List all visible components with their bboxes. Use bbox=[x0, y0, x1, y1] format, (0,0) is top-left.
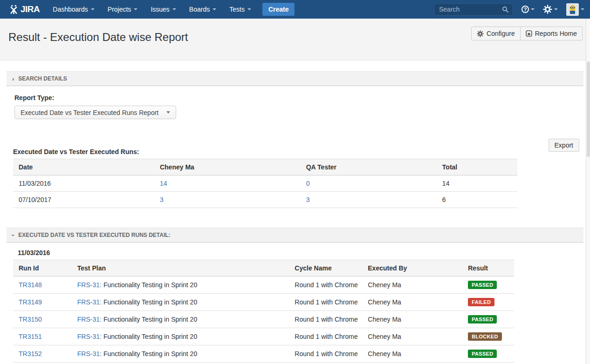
table-row: TR3151 FRS-31:Functionality Testing in S… bbox=[13, 328, 514, 345]
export-button[interactable]: Export bbox=[549, 139, 579, 152]
search-icon[interactable] bbox=[502, 6, 509, 13]
chevron-down-icon bbox=[554, 8, 558, 10]
help-icon: ? bbox=[521, 6, 529, 13]
col-cheney-ma: Cheney Ma bbox=[154, 159, 301, 175]
nav-right-cluster: ? bbox=[434, 3, 584, 16]
search-details-toggle[interactable]: › SEARCH DETAILS bbox=[7, 71, 583, 86]
header-button-group: Configure Reports Home bbox=[471, 27, 583, 40]
run-id-link[interactable]: TR3151 bbox=[19, 333, 42, 340]
cycle-cell: Round 1 with Chrome bbox=[289, 328, 362, 345]
reports-home-label: Reports Home bbox=[535, 30, 577, 37]
jira-charlie-icon bbox=[9, 5, 18, 14]
nav-issues[interactable]: Issues bbox=[144, 0, 182, 19]
nav-projects-label: Projects bbox=[108, 6, 131, 13]
run-id-link[interactable]: TR3149 bbox=[19, 298, 42, 306]
report-type-select[interactable]: Executed Date vs Tester Executed Runs Re… bbox=[14, 106, 176, 119]
global-search bbox=[434, 3, 513, 16]
runs-detail-title: EXECUTED DATE VS TESTER EXECUTED RUNS DE… bbox=[18, 232, 170, 238]
detail-date-group: 11/03/2016 bbox=[18, 249, 583, 256]
status-badge: BLOCKED bbox=[468, 332, 502, 341]
test-plan-name: Functionality Testing in Sprint 20 bbox=[103, 281, 197, 289]
nav-projects[interactable]: Projects bbox=[101, 0, 144, 19]
table-row: TR3148 FRS-31:Functionality Testing in S… bbox=[13, 276, 514, 294]
run-count-link[interactable]: 3 bbox=[160, 196, 164, 203]
report-type-field: Report Type: Executed Date vs Tester Exe… bbox=[14, 94, 583, 119]
nav-issues-label: Issues bbox=[151, 6, 169, 13]
chevron-down-icon bbox=[172, 8, 176, 10]
runs-summary-title: Executed Date vs Tester Executed Runs: bbox=[13, 148, 583, 155]
col-date: Date bbox=[13, 159, 154, 175]
chevron-down-icon: › bbox=[10, 234, 16, 236]
chevron-down-icon bbox=[91, 8, 95, 10]
chevron-down-icon bbox=[166, 111, 170, 114]
table-row: TR3153 FRS-31:Functionality Testing in S… bbox=[13, 363, 514, 364]
jira-logo[interactable]: JIRA bbox=[9, 4, 40, 14]
report-type-label: Report Type: bbox=[14, 94, 583, 101]
cycle-cell: Round 1 with Chrome bbox=[289, 294, 362, 311]
table-row: 11/03/2016 14 0 14 bbox=[13, 175, 517, 192]
status-badge: PASSED bbox=[468, 350, 497, 358]
help-menu[interactable]: ? bbox=[521, 6, 535, 13]
date-cell: 07/10/2017 bbox=[13, 192, 154, 208]
cycle-cell: Round 1 with Chrome bbox=[289, 311, 362, 328]
nav-tests[interactable]: Tests bbox=[223, 0, 258, 19]
date-cell: 11/03/2016 bbox=[13, 175, 154, 192]
gear-icon bbox=[477, 30, 484, 37]
col-result: Result bbox=[462, 260, 514, 276]
configure-label: Configure bbox=[487, 30, 515, 37]
test-plan-key-link[interactable]: FRS-31: bbox=[77, 333, 102, 340]
nav-dashboards-label: Dashboards bbox=[53, 6, 88, 13]
run-count-link[interactable]: 0 bbox=[306, 180, 310, 187]
test-plan-key-link[interactable]: FRS-31: bbox=[77, 316, 102, 323]
status-badge: FAILED bbox=[468, 298, 494, 306]
run-id-link[interactable]: TR3150 bbox=[19, 316, 42, 323]
test-plan-key-link[interactable]: FRS-31: bbox=[77, 281, 102, 289]
page-header: Result - Execution Date wise Report Conf… bbox=[0, 19, 590, 61]
executed-by-cell: Cheney Ma bbox=[362, 294, 462, 311]
cycle-cell: Round 1 with Chrome bbox=[289, 345, 362, 363]
home-icon bbox=[526, 30, 532, 37]
chevron-right-icon: › bbox=[12, 76, 14, 82]
main-content: › SEARCH DETAILS Report Type: Executed D… bbox=[0, 61, 590, 364]
nav-boards[interactable]: Boards bbox=[183, 0, 223, 19]
run-id-link[interactable]: TR3148 bbox=[19, 281, 42, 289]
search-input[interactable] bbox=[438, 5, 502, 13]
gear-icon bbox=[543, 5, 552, 14]
executed-by-cell: Cheney Ma bbox=[362, 276, 462, 294]
configure-button[interactable]: Configure bbox=[471, 27, 521, 40]
runs-detail-toggle[interactable]: › EXECUTED DATE VS TESTER EXECUTED RUNS … bbox=[7, 228, 583, 243]
table-row: 07/10/2017 3 3 6 bbox=[13, 192, 517, 208]
col-test-plan: Test Plan bbox=[72, 260, 289, 276]
create-button[interactable]: Create bbox=[262, 3, 295, 16]
run-count-link[interactable]: 14 bbox=[160, 180, 167, 187]
runs-detail-table: Run Id Test Plan Cycle Name Executed By … bbox=[13, 260, 514, 364]
chevron-down-icon bbox=[247, 8, 251, 10]
avatar bbox=[566, 3, 579, 16]
chevron-down-icon bbox=[134, 8, 137, 10]
test-plan-name: Functionality Testing in Sprint 20 bbox=[103, 298, 197, 306]
table-header-row: Run Id Test Plan Cycle Name Executed By … bbox=[13, 260, 514, 276]
executed-by-cell: Cheney Ma bbox=[362, 311, 462, 328]
page-title: Result - Execution Date wise Report bbox=[8, 31, 188, 44]
admin-menu[interactable] bbox=[543, 5, 558, 14]
chevron-down-icon bbox=[581, 8, 584, 10]
run-count-link[interactable]: 3 bbox=[306, 196, 310, 203]
user-menu[interactable] bbox=[566, 3, 584, 16]
col-executed-by: Executed By bbox=[362, 260, 462, 276]
executed-by-cell: Cheney Ma bbox=[362, 363, 462, 364]
chevron-down-icon bbox=[213, 8, 216, 10]
test-plan-name: Functionality Testing in Sprint 20 bbox=[103, 333, 197, 340]
test-plan-key-link[interactable]: FRS-31: bbox=[77, 298, 102, 306]
run-id-link[interactable]: TR3152 bbox=[19, 350, 42, 357]
table-header-row: Date Cheney Ma QA Tester Total bbox=[13, 159, 517, 175]
total-cell: 6 bbox=[437, 192, 517, 208]
scrollbar-thumb[interactable] bbox=[587, 61, 590, 157]
test-plan-key-link[interactable]: FRS-31: bbox=[77, 350, 102, 357]
runs-summary-table: Date Cheney Ma QA Tester Total 11/03/201… bbox=[13, 159, 517, 208]
table-row: TR3152 FRS-31:Functionality Testing in S… bbox=[13, 345, 514, 363]
cycle-cell: Round 1 with Chrome bbox=[289, 276, 362, 294]
nav-dashboards[interactable]: Dashboards bbox=[46, 0, 101, 19]
reports-home-button[interactable]: Reports Home bbox=[520, 27, 583, 40]
col-total: Total bbox=[437, 159, 517, 175]
vertical-scrollbar[interactable] bbox=[586, 19, 590, 364]
